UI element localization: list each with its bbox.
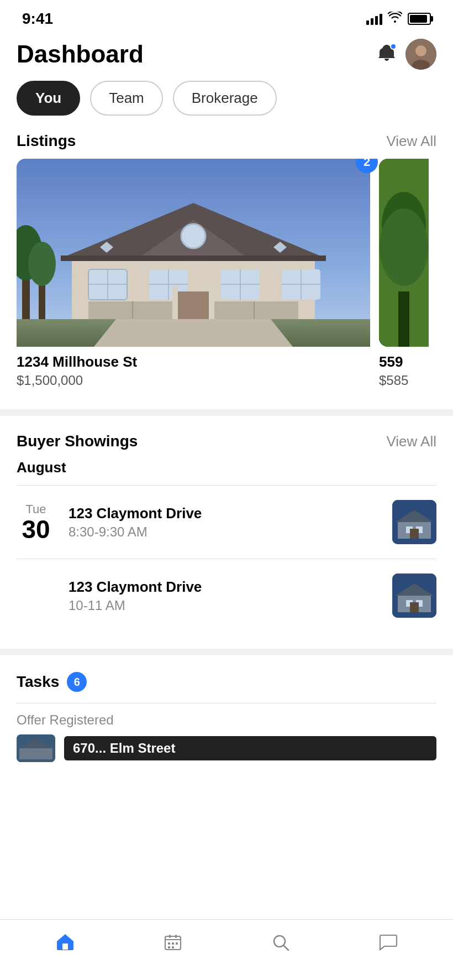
- showings-view-all[interactable]: View All: [386, 433, 436, 450]
- svg-rect-48: [410, 529, 419, 539]
- showings-section-header: Buyer Showings View All: [0, 432, 453, 459]
- svg-rect-34: [177, 291, 210, 319]
- showing-details-0: 123 Claymont Drive 8:30-9:30 AM: [69, 505, 379, 540]
- tasks-section: Tasks 6 Offer Registered 670... Elm Stre…: [0, 655, 453, 771]
- tab-chat[interactable]: [334, 933, 442, 956]
- filter-tab-you[interactable]: You: [17, 81, 80, 116]
- svg-rect-42: [398, 291, 409, 347]
- showing-time-0: 8:30-9:30 AM: [69, 524, 379, 540]
- filter-tab-team[interactable]: Team: [90, 81, 163, 116]
- listing-info-0: 1234 Millhouse St $1,500,000: [17, 347, 370, 393]
- showing-day-num-0: 30: [22, 517, 50, 542]
- showing-item-0[interactable]: Tue 30 123 Claymont Drive 8:30-9:30 AM: [0, 486, 453, 559]
- tab-home[interactable]: [11, 931, 119, 957]
- listings-title: Listings: [17, 132, 76, 150]
- tasks-header: Tasks 6: [17, 672, 436, 692]
- showing-time-1: 10-11 AM: [69, 598, 379, 613]
- task-sub-row-0: 670... Elm Street: [17, 734, 436, 762]
- svg-point-8: [28, 242, 56, 286]
- svg-rect-58: [62, 943, 68, 950]
- svg-rect-60: [169, 935, 171, 938]
- page-header: Dashboard: [0, 33, 453, 81]
- section-divider: [0, 409, 453, 416]
- signal-icon: [366, 13, 382, 25]
- calendar-icon: [164, 933, 182, 956]
- listing-address-partial: 559: [379, 353, 429, 371]
- listings-section-header: Listings View All: [0, 132, 453, 159]
- svg-rect-65: [168, 946, 170, 948]
- filter-tabs: You Team Brokerage: [0, 81, 453, 132]
- svg-rect-64: [176, 942, 178, 945]
- header-icons: [377, 39, 436, 70]
- svg-rect-54: [410, 602, 419, 612]
- tasks-title: Tasks: [17, 673, 59, 691]
- listings-carousel: 2: [0, 159, 453, 393]
- showing-item-1[interactable]: 123 Claymont Drive 10-11 AM: [0, 559, 453, 632]
- tasks-badge: 6: [67, 672, 87, 692]
- status-bar: 9:41: [0, 0, 453, 33]
- task-thumb-0: [17, 734, 55, 762]
- listing-price-0: $1,500,000: [17, 373, 370, 388]
- showing-details-1: 123 Claymont Drive 10-11 AM: [69, 578, 379, 613]
- filter-tab-brokerage[interactable]: Brokerage: [173, 81, 277, 116]
- chat-icon: [379, 933, 398, 956]
- svg-marker-32: [94, 319, 293, 347]
- showing-address-1: 123 Claymont Drive: [69, 578, 379, 596]
- showings-month: August: [0, 459, 453, 485]
- listing-info-1-partial: 559 $585: [379, 347, 429, 393]
- svg-rect-35: [172, 286, 178, 319]
- page-title: Dashboard: [17, 40, 144, 68]
- svg-rect-36: [209, 286, 214, 319]
- showing-date-0: Tue 30: [17, 502, 55, 542]
- svg-rect-62: [168, 942, 170, 945]
- listing-address-0: 1234 Millhouse St: [17, 353, 370, 371]
- bottom-tab-bar: [0, 919, 453, 980]
- home-icon: [55, 931, 76, 957]
- svg-line-68: [283, 945, 288, 950]
- listings-view-all[interactable]: View All: [386, 133, 436, 150]
- battery-icon: [408, 13, 431, 25]
- showing-address-0: 123 Claymont Drive: [69, 505, 379, 522]
- svg-point-1: [415, 45, 426, 56]
- svg-rect-56: [19, 748, 52, 759]
- svg-rect-63: [172, 942, 174, 945]
- showing-thumb-0: [392, 500, 436, 544]
- avatar[interactable]: [405, 39, 436, 70]
- notification-bell[interactable]: [377, 43, 397, 65]
- status-icons: [366, 12, 431, 26]
- tab-search[interactable]: [227, 933, 334, 956]
- wifi-icon: [388, 12, 402, 26]
- svg-rect-66: [172, 946, 174, 948]
- notification-dot: [390, 43, 397, 50]
- tab-calendar[interactable]: [119, 933, 227, 956]
- listing-card-0[interactable]: 2: [17, 159, 370, 393]
- section-divider-2: [0, 649, 453, 655]
- search-icon: [271, 933, 290, 956]
- task-label-0: Offer Registered: [17, 712, 436, 728]
- svg-rect-14: [61, 256, 326, 261]
- svg-rect-61: [175, 935, 177, 938]
- listing-card-1-partial[interactable]: 559 $585: [379, 159, 429, 393]
- listing-price-partial: $585: [379, 373, 429, 388]
- task-item-0[interactable]: Offer Registered 670... Elm Street: [17, 703, 436, 771]
- buyer-showings-section: Buyer Showings View All August Tue 30 12…: [0, 416, 453, 632]
- listing-image-0: [17, 159, 370, 347]
- showings-title: Buyer Showings: [17, 432, 138, 450]
- status-time: 9:41: [22, 10, 53, 28]
- showing-thumb-1: [392, 574, 436, 618]
- svg-point-41: [380, 208, 428, 286]
